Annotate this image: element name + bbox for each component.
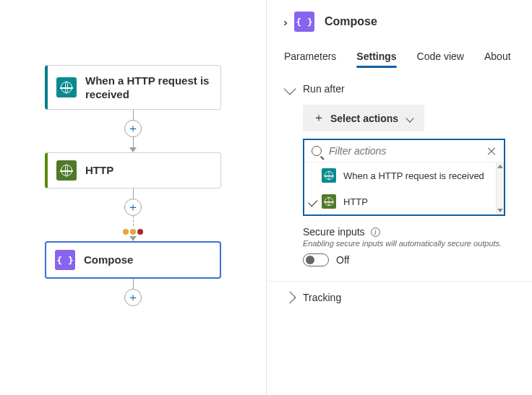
node-http[interactable]: HTTP	[45, 152, 221, 188]
action-option-http[interactable]: HTTP	[304, 188, 504, 214]
action-option-label: HTTP	[343, 196, 368, 207]
details-panel: ›› { } Compose Parameters Settings Code …	[266, 0, 532, 395]
globe-icon	[322, 194, 336, 209]
action-option-label: When a HTTP request is received	[343, 170, 484, 181]
braces-icon: { }	[294, 12, 314, 32]
action-option-trigger[interactable]: When a HTTP request is received	[304, 162, 504, 188]
section-run-after-header[interactable]: Run after	[284, 83, 515, 95]
panel-title: Compose	[325, 15, 377, 28]
tab-about[interactable]: About	[484, 48, 511, 68]
node-compose-label: Compose	[84, 253, 133, 267]
add-step-button[interactable]: ＋	[124, 289, 142, 306]
status-dots	[123, 229, 143, 235]
scroll-up-icon[interactable]	[497, 165, 503, 168]
clear-filter-button[interactable]	[486, 146, 497, 156]
plus-icon: ＋	[313, 110, 325, 126]
section-run-after: Run after ＋ Select actions When a HTTP r…	[284, 83, 515, 266]
node-compose[interactable]: { } Compose	[45, 241, 221, 279]
globe-icon	[56, 160, 77, 181]
select-actions-label: Select actions	[330, 113, 398, 124]
panel-tabs: Parameters Settings Code view About	[284, 48, 515, 69]
scroll-down-icon[interactable]	[497, 209, 503, 212]
connector: ＋	[0, 188, 266, 241]
tab-parameters[interactable]: Parameters	[284, 48, 336, 68]
globe-icon	[322, 168, 336, 183]
add-step-button[interactable]: ＋	[124, 120, 142, 137]
section-tracking-label: Tracking	[303, 292, 341, 303]
secure-inputs-state: Off	[336, 254, 349, 266]
add-step-button[interactable]: ＋	[124, 199, 142, 216]
secure-inputs-toggle[interactable]	[303, 253, 329, 266]
actions-dropdown: When a HTTP request is received HTTP	[303, 139, 505, 216]
globe-icon	[56, 77, 77, 97]
section-tracking-header[interactable]: Tracking	[284, 292, 515, 303]
connector: ＋	[0, 110, 266, 152]
actions-list[interactable]: When a HTTP request is received HTTP	[304, 162, 504, 214]
secure-inputs-label: Secure inputs	[303, 226, 365, 238]
tab-code-view[interactable]: Code view	[417, 48, 464, 68]
secure-inputs-hint: Enabling secure inputs will automaticall…	[303, 239, 515, 248]
node-http-label: HTTP	[85, 163, 113, 178]
connector: ＋	[0, 279, 266, 306]
tab-settings[interactable]: Settings	[356, 48, 396, 68]
search-icon	[312, 146, 322, 156]
filter-actions-input[interactable]	[327, 144, 481, 157]
braces-icon: { }	[55, 250, 75, 270]
chevron-down-icon	[406, 114, 413, 122]
select-actions-button[interactable]: ＋ Select actions	[303, 105, 424, 131]
section-tracking: Tracking	[284, 292, 515, 303]
node-trigger[interactable]: When a HTTP request is received	[45, 65, 221, 110]
section-run-after-label: Run after	[303, 83, 345, 95]
chevron-right-icon	[284, 292, 296, 304]
info-icon[interactable]: i	[371, 227, 380, 237]
node-trigger-label: When a HTTP request is received	[85, 74, 212, 102]
workflow-canvas: When a HTTP request is received ＋ HTTP ＋…	[0, 0, 266, 395]
secure-inputs-block: Secure inputs i Enabling secure inputs w…	[303, 226, 515, 266]
checkmark-icon	[308, 196, 317, 206]
chevron-down-icon	[284, 83, 296, 95]
divider	[267, 281, 532, 282]
